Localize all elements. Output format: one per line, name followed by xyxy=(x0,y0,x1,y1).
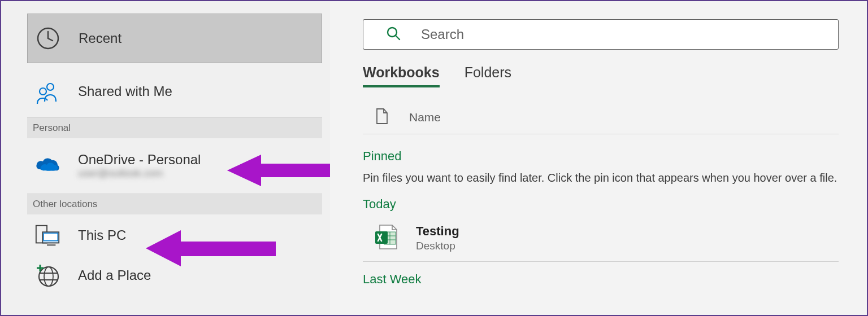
nav-recent-label: Recent xyxy=(79,30,121,46)
onedrive-icon xyxy=(34,157,61,174)
file-name: Testing xyxy=(416,224,459,239)
group-lastweek-title: Last Week xyxy=(363,272,839,287)
nav-addplace[interactable]: Add a Place xyxy=(27,256,328,295)
nav-thispc[interactable]: This PC xyxy=(27,214,328,256)
nav-recent[interactable]: Recent xyxy=(27,14,322,63)
search-input[interactable] xyxy=(421,27,815,42)
nav-thispc-label: This PC xyxy=(78,227,126,243)
nav-shared-label: Shared with Me xyxy=(78,84,172,99)
group-today-title: Today xyxy=(363,197,839,212)
section-other-locations: Other locations xyxy=(27,194,322,214)
nav-onedrive-email: user@outlook.com xyxy=(78,168,201,179)
svg-rect-24 xyxy=(375,231,388,244)
pinned-hint: Pin files you want to easily find later.… xyxy=(363,172,839,185)
tabs: Workbooks Folders xyxy=(363,64,839,87)
nav-onedrive[interactable]: OneDrive - Personal user@outlook.com xyxy=(27,138,328,192)
clock-icon xyxy=(34,26,62,51)
svg-line-19 xyxy=(396,36,400,40)
nav-onedrive-label: OneDrive - Personal xyxy=(78,152,201,168)
tab-folders[interactable]: Folders xyxy=(465,64,511,87)
column-name[interactable]: Name xyxy=(409,111,441,124)
pc-icon xyxy=(34,223,61,248)
svg-point-9 xyxy=(44,267,53,286)
svg-point-2 xyxy=(40,88,46,95)
section-personal: Personal xyxy=(27,117,322,138)
list-header: Name xyxy=(363,108,839,134)
file-row[interactable]: Testing Desktop xyxy=(363,212,839,262)
main-panel: Workbooks Folders Name Pinned Pin files … xyxy=(330,1,867,315)
search-icon xyxy=(386,26,401,43)
people-icon xyxy=(34,79,61,104)
tab-workbooks[interactable]: Workbooks xyxy=(363,64,440,87)
excel-file-icon xyxy=(372,223,400,253)
add-place-icon xyxy=(34,263,61,288)
group-pinned-title: Pinned xyxy=(363,149,839,164)
svg-point-1 xyxy=(47,84,54,90)
sidebar: Recent Shared with Me Personal xyxy=(1,1,330,315)
svg-point-8 xyxy=(39,267,58,286)
svg-rect-6 xyxy=(44,233,58,240)
nav-addplace-label: Add a Place xyxy=(78,267,151,283)
document-icon xyxy=(375,108,389,127)
file-location: Desktop xyxy=(416,240,459,252)
search-box[interactable] xyxy=(363,19,839,50)
nav-shared[interactable]: Shared with Me xyxy=(27,67,328,116)
